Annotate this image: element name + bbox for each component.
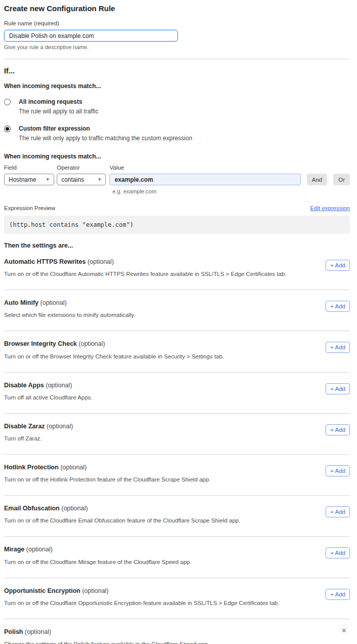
expression-preview-code: (http.host contains "example.com"): [4, 216, 350, 234]
add-button[interactable]: + Add: [326, 547, 350, 558]
radio-custom-filter-expression[interactable]: Custom filter expression The rule will o…: [4, 125, 350, 142]
radio-label: All incoming requests: [19, 98, 98, 106]
operator-select-value: contains: [61, 176, 84, 183]
setting-title: Disable Zaraz: [4, 423, 45, 430]
add-button[interactable]: + Add: [326, 260, 350, 271]
setting-email-obfuscation: Email Obfuscation (optional) Turn on or …: [4, 496, 350, 537]
page-title: Create new Configuration Rule: [4, 4, 350, 13]
value-input[interactable]: [109, 174, 300, 185]
rule-name-label: Rule name (required): [4, 20, 350, 26]
setting-title: Disable Apps: [4, 382, 44, 389]
field-label: Field: [4, 165, 54, 171]
match-label: When incoming requests match...: [4, 83, 350, 90]
and-button[interactable]: And: [307, 174, 327, 185]
setting-title: Email Obfuscation: [4, 505, 60, 512]
value-helper: e.g. example.com: [112, 188, 350, 194]
add-button[interactable]: + Add: [326, 589, 350, 600]
optional-tag: (optional): [26, 546, 53, 553]
setting-disable-zaraz: Disable Zaraz (optional) Turn off Zaraz.…: [4, 414, 350, 455]
optional-tag: (optional): [78, 340, 105, 347]
rule-name-helper: Give your rule a descriptive name.: [4, 44, 350, 50]
setting-description: Turn off all active Cloudflare Apps.: [4, 394, 350, 401]
setting-auto-minify: Auto Minify (optional) Select which file…: [4, 290, 350, 331]
divider: [4, 59, 350, 59]
or-button[interactable]: Or: [333, 174, 350, 185]
value-label: Value: [109, 165, 300, 171]
operator-label: Operator: [57, 165, 106, 171]
radio-button-icon[interactable]: [4, 126, 11, 132]
field-select-value: Hostname: [9, 176, 36, 183]
close-icon[interactable]: ✕: [341, 627, 347, 634]
operator-select[interactable]: contains ▼: [57, 174, 106, 185]
optional-tag: (optional): [61, 505, 88, 512]
setting-hotlink-protection: Hotlink Protection (optional) Turn on or…: [4, 455, 350, 496]
setting-title: Auto Minify: [4, 299, 38, 306]
setting-description: Select which file extensions to minify a…: [4, 311, 350, 319]
add-button[interactable]: + Add: [326, 465, 350, 476]
setting-title: Polish: [4, 628, 23, 635]
add-button[interactable]: + Add: [326, 342, 350, 353]
add-button[interactable]: + Add: [326, 506, 350, 517]
expression-preview-label: Expression Preview: [4, 205, 55, 211]
setting-title: Mirage: [4, 546, 24, 553]
chevron-down-icon: ▼: [98, 178, 102, 182]
radio-description: The rule will only apply to traffic matc…: [19, 135, 192, 142]
setting-description: Turn off Zaraz.: [4, 435, 350, 442]
rule-name-input[interactable]: [4, 30, 178, 42]
request-match-radio-group: All incoming requests The rule will appl…: [4, 98, 350, 142]
setting-disable-apps: Disable Apps (optional) Turn off all act…: [4, 373, 350, 414]
setting-title: Automatic HTTPS Rewrites: [4, 258, 86, 265]
field-select[interactable]: Hostname ▼: [4, 174, 54, 185]
edit-expression-link[interactable]: Edit expression: [310, 205, 350, 211]
optional-tag: (optional): [46, 382, 72, 389]
add-button[interactable]: + Add: [326, 383, 350, 394]
radio-all-incoming-requests[interactable]: All incoming requests The rule will appl…: [4, 98, 350, 115]
if-heading: If...: [4, 67, 350, 75]
optional-tag: (optional): [41, 299, 67, 306]
setting-title: Browser Integrity Check: [4, 340, 77, 347]
chevron-down-icon: ▼: [46, 178, 50, 182]
create-configuration-rule-page: Create new Configuration Rule Rule name …: [0, 0, 357, 644]
add-button[interactable]: + Add: [326, 424, 350, 435]
setting-opportunistic-encryption: Opportunistic Encryption (optional) Turn…: [4, 578, 350, 619]
optional-tag: (optional): [25, 628, 51, 635]
setting-automatic-https-rewrites: Automatic HTTPS Rewrites (optional) Turn…: [4, 249, 350, 290]
setting-browser-integrity-check: Browser Integrity Check (optional) Turn …: [4, 331, 350, 372]
optional-tag: (optional): [60, 464, 87, 471]
setting-title: Hotlink Protection: [4, 464, 59, 471]
setting-title: Opportunistic Encryption: [4, 587, 81, 594]
setting-description: Turn on or off the Cloudflare Email Obfu…: [4, 517, 350, 525]
expression-builder-row: Field Hostname ▼ Operator contains ▼ Val…: [4, 165, 350, 185]
optional-tag: (optional): [47, 423, 73, 430]
setting-description: Turn on or off the Cloudflare Opportunis…: [4, 599, 350, 607]
setting-polish: Polish (optional) ✕ Change the settings …: [4, 619, 350, 644]
radio-label: Custom filter expression: [19, 125, 192, 133]
setting-description: Turn on or off the Browser Integrity Che…: [4, 353, 350, 360]
setting-description: Turn on or off the Hotlink Protection fe…: [4, 476, 350, 484]
setting-mirage: Mirage (optional) Turn on or off the Clo…: [4, 537, 350, 578]
expression-builder-heading: When incoming requests match...: [4, 153, 350, 160]
then-settings-heading: Then the settings are...: [4, 242, 350, 249]
radio-button-icon[interactable]: [4, 99, 11, 105]
setting-description: Turn on or off the Cloudflare Mirage fea…: [4, 558, 350, 566]
optional-tag: (optional): [88, 258, 114, 265]
setting-description: Change the settings of the Polish featur…: [4, 640, 350, 644]
optional-tag: (optional): [82, 587, 108, 594]
setting-description: Turn on or off the Cloudflare Automatic …: [4, 270, 350, 278]
radio-description: The rule will apply to all traffic: [19, 108, 98, 115]
add-button[interactable]: + Add: [326, 301, 350, 312]
